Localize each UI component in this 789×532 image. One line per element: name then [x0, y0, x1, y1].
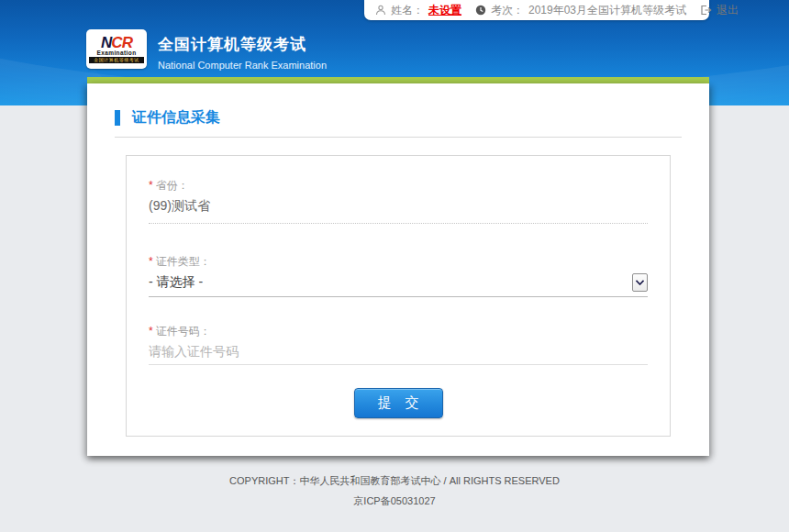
province-field: *省份： (99)测试省 [149, 156, 648, 224]
cert-number-label: 证件号码： [156, 325, 211, 338]
cert-type-label: 证件类型： [156, 255, 211, 268]
submit-row: 提 交 [149, 388, 648, 418]
footer-icp: 京ICP备05031027 [0, 494, 789, 508]
logo-strip-text: 全国计算机等级考试 [89, 57, 144, 63]
page: 姓名： 未设置 考次： 2019年03月全国计算机等级考试 退出 NCR Exa… [0, 0, 789, 532]
exam-session-icon [475, 5, 486, 16]
site-title-en: National Computer Rank Examination [158, 60, 327, 71]
province-label-row: *省份： [149, 176, 648, 194]
cert-type-select[interactable]: - 请选择 - [149, 273, 648, 292]
name-label: 姓名： [391, 3, 424, 18]
logo-examination-text: Examination [96, 50, 136, 56]
cert-number-input[interactable] [149, 344, 648, 359]
session-label: 考次： [491, 3, 524, 18]
select-dropdown-button[interactable] [632, 273, 648, 292]
user-icon [375, 5, 386, 16]
logout-icon[interactable] [700, 5, 712, 16]
logout-link[interactable]: 退出 [717, 3, 739, 18]
province-value: (99)测试省 [149, 198, 648, 215]
page-title: 证件信息采集 [132, 108, 220, 127]
province-label: 省份： [156, 179, 189, 192]
green-accent-stripe [87, 77, 709, 83]
id-info-form: *省份： (99)测试省 *证件类型： - 请选择 - * [126, 155, 671, 437]
required-mark: * [149, 325, 153, 338]
cert-type-selected-value: - 请选择 - [149, 274, 203, 291]
footer: COPYRIGHT：中华人民共和国教育部考试中心 / All RIGHTS RE… [0, 474, 789, 508]
top-user-bar: 姓名： 未设置 考次： 2019年03月全国计算机等级考试 退出 [364, 0, 709, 20]
cert-number-label-row: *证件号码： [149, 322, 648, 339]
required-mark: * [149, 255, 153, 268]
logo-ncr-letters: NCR [101, 36, 132, 50]
content-card: 证件信息采集 *省份： (99)测试省 *证件类型： - 请选择 - [87, 83, 709, 456]
cert-type-field: *证件类型： - 请选择 - [149, 224, 648, 297]
site-title-cn: 全国计算机等级考试 [158, 34, 327, 55]
footer-copyright: COPYRIGHT：中华人民共和国教育部考试中心 / All RIGHTS RE… [0, 474, 789, 488]
section-title-row: 证件信息采集 [115, 108, 682, 127]
header-titles: 全国计算机等级考试 National Computer Rank Examina… [158, 34, 327, 71]
title-divider [115, 137, 682, 138]
required-mark: * [149, 179, 153, 192]
ncre-logo: NCR Examination 全国计算机等级考试 [86, 29, 147, 69]
cert-number-field: *证件号码： [149, 297, 648, 365]
name-value-link[interactable]: 未设置 [428, 3, 461, 18]
chevron-down-icon [636, 280, 644, 285]
section-title-accent-bar [115, 110, 120, 126]
session-value: 2019年03月全国计算机等级考试 [528, 3, 686, 18]
submit-button[interactable]: 提 交 [354, 388, 443, 418]
cert-type-label-row: *证件类型： [149, 252, 648, 270]
